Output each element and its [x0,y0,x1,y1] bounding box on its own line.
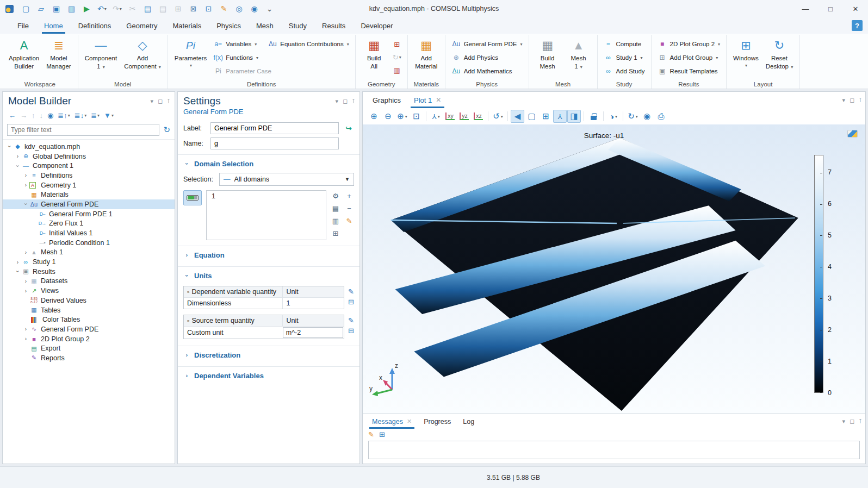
zoom-extents-button[interactable]: ⊡ [410,110,423,123]
panel-menu-icon[interactable]: ▾ [842,418,846,425]
build-mesh-button[interactable]: ▦BuildMesh [533,36,562,80]
add-study-button[interactable]: ∞Add Study [602,65,647,78]
parameters-button[interactable]: PiParameters▾ [172,36,209,80]
tab-physics[interactable]: Physics [209,17,249,34]
tree-item-reports[interactable]: ✎Reports [3,353,175,363]
equation-contributions-button[interactable]: ΔuEquation Contributions▾ [265,37,351,51]
cut-button[interactable]: ✂ [125,2,140,16]
quantity-cell[interactable]: Custom unit [184,327,282,339]
tree-item-views[interactable]: ›↗Views [3,286,175,296]
name-input[interactable] [210,137,339,149]
tree-item-global-definitions[interactable]: ›⊕Global Definitions [3,152,175,161]
tree-item-general-form-pde-1[interactable]: D‒General Form PDE 1 [3,209,175,219]
panel-pin-icon[interactable]: ⊺ [167,98,170,105]
find-button[interactable]: ◎ [232,2,246,16]
section-dependent-variables[interactable]: › Dependent Variables [178,366,359,384]
zoom-out-button[interactable]: ⊖ [381,110,395,123]
close-button[interactable]: ✕ [843,0,868,17]
plot-area[interactable]: Surface: -u1 76543210 z x y [363,124,865,414]
unit-cell[interactable]: 1 [282,298,344,309]
close-tab-icon[interactable]: ✕ [436,96,441,104]
tree-filter-input[interactable] [7,124,159,136]
panel-menu-icon[interactable]: ▾ [842,97,846,104]
quantity-cell[interactable]: Dimensionless [184,298,282,309]
scene-light-button[interactable]: ◀ [511,110,524,123]
collapse-all-button[interactable]: ≣↑▾ [56,110,71,121]
tree-item-materials[interactable]: ▦Materials [3,190,175,199]
add-mathematics-button[interactable]: ΔuAdd Mathematics [449,65,514,78]
maximize-button[interactable]: □ [818,0,843,17]
environment-reflections-button[interactable]: ▢ [525,110,538,123]
tree-item-color-tables[interactable]: Color Tables [3,315,175,324]
view-lock-button[interactable] [587,110,600,123]
update-plot-button[interactable]: ↻▾ [626,110,640,123]
active-toggle-button[interactable] [183,190,202,205]
copy-selection-button[interactable]: ▤ [331,203,340,214]
zoom-in-button[interactable]: ⊕ [367,110,381,123]
tree-item-2d-plot-group-2[interactable]: ›■2D Plot Group 2 [3,334,175,344]
general-form-pde-select-button[interactable]: ΔuGeneral Form PDE▾ [449,37,525,51]
section-units[interactable]: › Units [178,266,359,284]
quantity-table[interactable]: »Source term quantityUnitCustom unitm^-2 [183,315,344,339]
compute-button[interactable]: =Compute [602,37,644,51]
component-1-button[interactable]: —Component1 ▾ [82,36,120,80]
model-tree-filter-button[interactable]: ▼▾ [102,110,115,121]
rotate-view-button[interactable]: ↺▾ [491,110,505,123]
section-domain-selection[interactable]: › Domain Selection [178,154,359,172]
tab-plot-1[interactable]: Plot 1✕ [407,92,448,108]
go-back-button[interactable]: ← [7,110,17,121]
panel-float-icon[interactable]: ◻ [343,98,348,105]
surface-plot[interactable] [363,124,865,414]
edit-quantity-icon[interactable]: ✎ [348,287,354,296]
panel-menu-icon[interactable]: ▾ [336,98,339,105]
tab-geometry[interactable]: Geometry [119,17,165,34]
panel-float-icon[interactable]: ◻ [158,98,163,105]
paste-button[interactable]: ▤ [156,2,170,16]
change-unit-icon[interactable]: ⊟ [348,298,354,306]
geometry-statistics-button[interactable]: ▥ [390,64,404,76]
study-1-button[interactable]: ∞Study 1▾ [602,51,645,64]
reset-desktop-button[interactable]: ↻ResetDesktop ▾ [763,36,796,80]
open-file-button[interactable]: ▱ [34,2,48,16]
clear-selection-button[interactable]: ✎ [344,215,354,227]
remove-from-selection-button[interactable]: − [344,203,354,214]
domain-list-item[interactable]: 1 [212,192,321,200]
run-button[interactable]: ▶ [79,2,94,16]
edit-quantity-icon[interactable]: ✎ [348,316,354,324]
tree-item-mesh-1[interactable]: ›▲Mesh 1 [3,248,175,258]
edit-label-button[interactable]: ↪ [343,123,354,134]
parameter-case-button[interactable]: PiParameter Case [211,65,274,78]
rebuild-button[interactable]: ↻▾ [390,51,404,63]
tree-item-results-general-form-pde[interactable]: ›∿General Form PDE [3,324,175,334]
new-file-button[interactable]: ▢ [18,2,33,16]
save-button[interactable]: ▣ [49,2,64,16]
tab-home[interactable]: Home [36,17,71,34]
tree-item-general-form-pde[interactable]: ›ΔuGeneral Form PDE [3,199,175,209]
select-box-button[interactable]: ⊡ [201,2,216,16]
messages-content[interactable] [368,441,860,459]
image-snapshot-button[interactable]: ◉ [640,110,654,123]
add-to-selection-button[interactable]: + [344,190,354,202]
tree-item-results[interactable]: ›▣Results [3,267,175,277]
panel-menu-icon[interactable]: ▾ [151,98,154,105]
help-button[interactable]: ? [852,20,863,31]
move-up-button[interactable]: ↑ [30,110,37,121]
add-component-button[interactable]: ◇AddComponent ▾ [121,36,164,80]
tab-study[interactable]: Study [281,17,314,34]
minimize-button[interactable]: — [793,0,818,17]
unit-cell[interactable]: m^-2 [283,327,343,338]
tab-file[interactable]: File [10,17,36,34]
tree-item-datasets[interactable]: ›▦Datasets [3,277,175,286]
go-to-default-view-button[interactable]: Y▾ [429,110,443,123]
variables-button[interactable]: a=Variables▾ [211,37,259,51]
redo-button[interactable]: ↷▾ [110,2,125,16]
label-input[interactable] [210,122,339,134]
tab-mesh[interactable]: Mesh [249,17,281,34]
zoom-box-button[interactable]: ⊕▾ [395,110,409,123]
refresh-icon[interactable]: ↻ [163,125,170,135]
tab-messages[interactable]: Messages✕ [366,414,418,429]
windows-button[interactable]: ⊞Windows▾ [730,36,761,80]
tab-graphics[interactable]: Graphics [366,92,407,108]
clear-selection-button[interactable]: ✎ [216,2,231,16]
color-theme-button[interactable]: ◑▾ [606,110,620,123]
